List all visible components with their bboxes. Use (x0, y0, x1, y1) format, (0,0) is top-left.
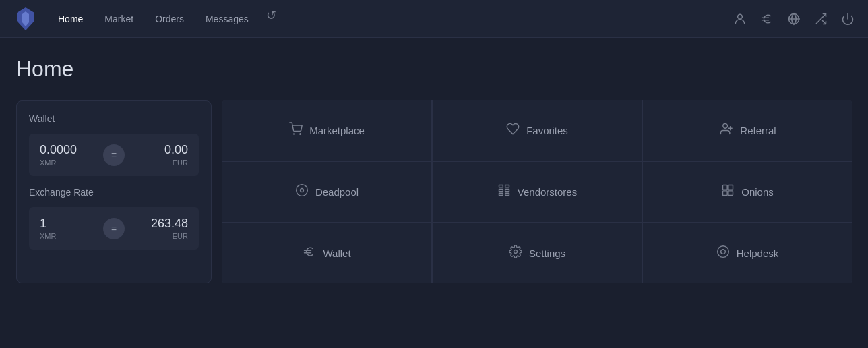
wallet-card: Wallet 0.0000 XMR = 0.00 EUR Exchange Ra… (16, 100, 212, 283)
helpdesk-icon (716, 245, 730, 262)
rate-xmr-currency: XMR (40, 232, 90, 240)
user-icon[interactable] (733, 12, 747, 26)
nav-right-icons (733, 12, 855, 26)
menu-item-marketplace[interactable]: Marketplace (222, 100, 431, 161)
onions-icon (721, 183, 735, 200)
vendorstores-label: Vendorstores (518, 186, 577, 198)
refresh-icon[interactable]: ↺ (266, 8, 276, 30)
svg-point-0 (738, 14, 743, 19)
menu-grid: Marketplace Favorites (222, 100, 852, 283)
svg-point-12 (300, 189, 303, 192)
menu-item-settings[interactable]: Settings (433, 223, 642, 283)
menu-item-deadpool[interactable]: Deadpool (222, 162, 431, 222)
eur-balance: 0.00 EUR (127, 134, 199, 176)
rate-xmr: 1 XMR (29, 207, 100, 250)
marketplace-label: Marketplace (309, 125, 365, 136)
nav-market[interactable]: Market (95, 8, 143, 30)
svg-rect-21 (723, 191, 728, 196)
settings-label: Settings (529, 248, 565, 259)
nav-messages[interactable]: Messages (196, 8, 258, 30)
logo[interactable] (13, 7, 38, 31)
euro-icon[interactable] (760, 12, 774, 26)
equals-symbol: = (103, 144, 125, 166)
svg-point-6 (294, 134, 295, 135)
svg-point-11 (297, 185, 308, 196)
nav-links: Home Market Orders Messages ↺ (49, 8, 733, 30)
onions-label: Onions (741, 186, 774, 198)
helpdesk-label: Helpdesk (737, 248, 779, 259)
shuffle-icon[interactable] (814, 12, 828, 26)
exchange-title: Exchange Rate (29, 187, 199, 198)
favorites-icon (506, 122, 520, 139)
menu-item-helpdesk[interactable]: Helpdesk (643, 223, 852, 283)
flag-icon[interactable] (787, 12, 801, 26)
xmr-currency: XMR (40, 158, 90, 167)
favorites-label: Favorites (526, 125, 568, 136)
svg-rect-22 (728, 191, 733, 196)
main-content: Home Wallet 0.0000 XMR = 0.00 EUR Exchan… (0, 38, 868, 302)
xmr-balance: 0.0000 XMR (29, 134, 100, 176)
balance-box: 0.0000 XMR = 0.00 EUR (29, 134, 199, 176)
menu-item-onions[interactable]: Onions (643, 162, 852, 222)
svg-rect-14 (505, 185, 509, 187)
nav-orders[interactable]: Orders (146, 8, 193, 30)
menu-item-wallet[interactable]: Wallet (222, 223, 431, 283)
navbar: Home Market Orders Messages ↺ (0, 0, 868, 38)
xmr-amount: 0.0000 (40, 143, 90, 157)
svg-rect-19 (723, 185, 728, 190)
deadpool-label: Deadpool (315, 186, 359, 198)
svg-point-8 (723, 124, 728, 129)
svg-point-7 (300, 134, 301, 135)
rate-eur-currency: EUR (138, 232, 188, 240)
rate-eur: 263.48 EUR (127, 207, 199, 250)
wallet-title: Wallet (29, 113, 199, 124)
svg-rect-16 (505, 189, 509, 191)
deadpool-icon (295, 183, 309, 200)
svg-rect-20 (728, 185, 733, 190)
rate-equals-symbol: = (103, 218, 125, 239)
menu-item-favorites[interactable]: Favorites (433, 100, 642, 161)
svg-rect-17 (499, 193, 503, 195)
rate-xmr-amount: 1 (40, 216, 90, 231)
wallet-menu-icon (303, 245, 316, 262)
svg-point-23 (514, 250, 517, 254)
vendorstores-icon (497, 183, 511, 200)
menu-item-vendorstores[interactable]: Vendorstores (433, 162, 642, 222)
nav-home[interactable]: Home (49, 8, 92, 30)
svg-rect-13 (499, 185, 503, 187)
rate-eur-amount: 263.48 (138, 216, 188, 231)
svg-point-25 (720, 250, 725, 254)
referral-icon (718, 122, 733, 139)
svg-rect-15 (499, 189, 503, 191)
menu-item-referral[interactable]: Referral (643, 100, 852, 161)
marketplace-icon (289, 122, 303, 139)
power-icon[interactable] (841, 12, 855, 26)
svg-point-24 (717, 246, 728, 258)
content-grid: Wallet 0.0000 XMR = 0.00 EUR Exchange Ra… (16, 100, 852, 283)
wallet-label: Wallet (323, 248, 350, 259)
settings-icon (509, 245, 522, 262)
svg-rect-18 (505, 193, 509, 195)
referral-label: Referral (740, 125, 776, 136)
exchange-box: 1 XMR = 263.48 EUR (29, 207, 199, 250)
eur-amount: 0.00 (138, 143, 188, 157)
page-title: Home (16, 57, 852, 82)
eur-currency: EUR (138, 158, 188, 167)
